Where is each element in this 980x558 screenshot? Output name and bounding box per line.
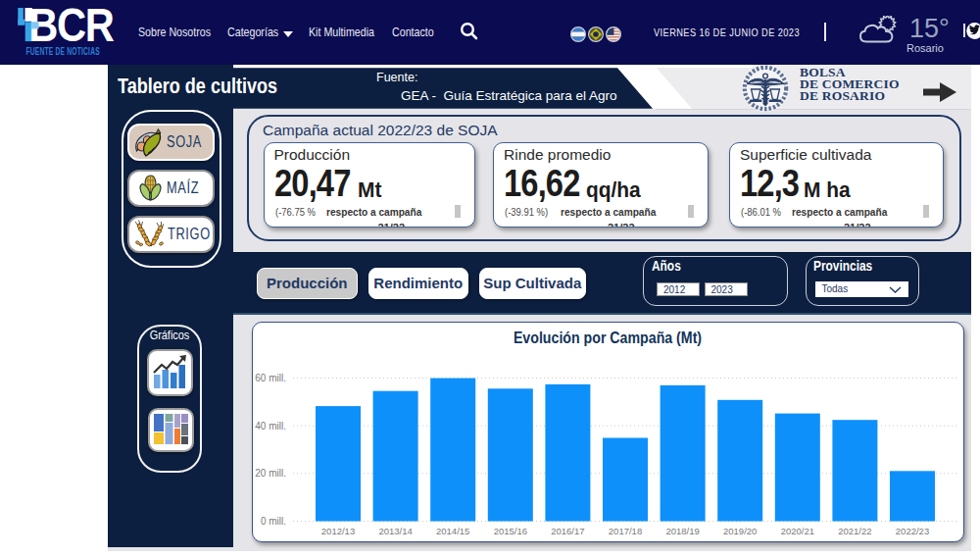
svg-text:2017/18: 2017/18 [609,526,642,536]
svg-text:Evolución por Campaña (Mt): Evolución por Campaña (Mt) [514,329,702,346]
svg-text:2013/14: 2013/14 [378,526,412,536]
svg-text:2022/23: 2022/23 [896,526,929,536]
svg-text:2015/16: 2015/16 [494,526,527,536]
svg-text:40 mill.: 40 mill. [255,421,286,431]
svg-text:20 mill.: 20 mill. [255,468,286,479]
svg-text:2014/15: 2014/15 [436,526,469,536]
svg-text:60 mill.: 60 mill. [255,373,286,383]
svg-text:FUENTE DE NOTICIAS: FUENTE DE NOTICIAS [26,45,100,57]
svg-text:2020/21: 2020/21 [781,526,814,536]
svg-text:2019/20: 2019/20 [723,526,757,536]
svg-text:2016/17: 2016/17 [551,526,584,536]
svg-text:2012/13: 2012/13 [321,526,355,536]
svg-text:0 mill.: 0 mill. [261,516,286,527]
svg-text:2018/19: 2018/19 [665,526,699,536]
svg-text:2021/22: 2021/22 [838,526,871,536]
